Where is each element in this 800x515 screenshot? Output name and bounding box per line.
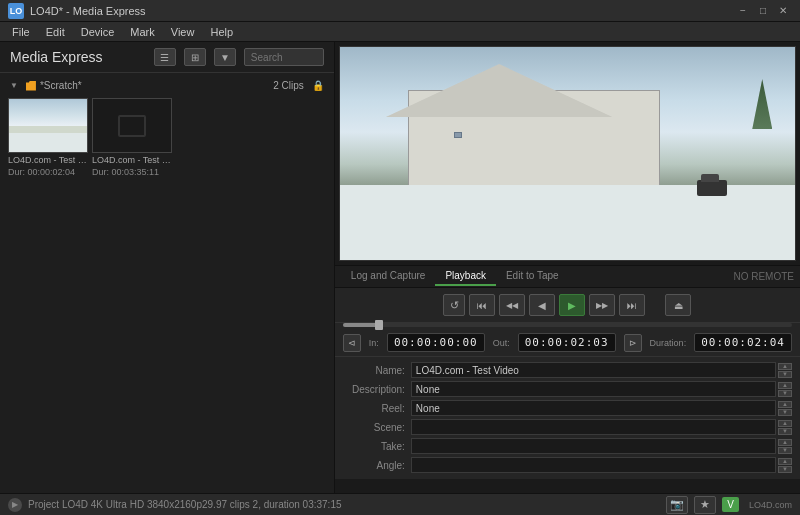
view-list-button[interactable]: ☰ bbox=[154, 48, 176, 66]
right-panel: Log and Capture Playback Edit to Tape NO… bbox=[335, 42, 800, 493]
meta-value-name[interactable]: LO4D.com - Test Video bbox=[411, 362, 776, 378]
clip-item[interactable]: LO4D.com - Test Vi... Dur: 00:00:02:04 bbox=[8, 98, 88, 177]
meta-arrow-up[interactable]: ▲ bbox=[778, 458, 792, 465]
out-timecode[interactable]: 00:00:02:03 bbox=[518, 333, 616, 352]
minimize-button[interactable]: − bbox=[734, 2, 752, 20]
in-label: In: bbox=[369, 338, 379, 348]
menu-help[interactable]: Help bbox=[202, 24, 241, 40]
meta-arrow-up[interactable]: ▲ bbox=[778, 363, 792, 370]
clip-duration: Dur: 00:03:35:11 bbox=[92, 167, 172, 177]
meta-value-scene[interactable] bbox=[411, 419, 776, 435]
menu-mark[interactable]: Mark bbox=[122, 24, 162, 40]
timecode-row: ⊲ In: 00:00:00:00 Out: 00:00:02:03 ⊳ Dur… bbox=[335, 329, 800, 357]
tab-playback[interactable]: Playback bbox=[435, 267, 496, 286]
to-start-button[interactable]: ⏮ bbox=[469, 294, 495, 316]
meta-arrow-down[interactable]: ▼ bbox=[778, 466, 792, 473]
meta-label-take: Take: bbox=[343, 441, 411, 452]
reverse-play-button[interactable]: ◀ bbox=[529, 294, 555, 316]
meta-label-name: Name: bbox=[343, 365, 411, 376]
lo4d-watermark: LO4D.com bbox=[749, 500, 792, 510]
meta-label-scene: Scene: bbox=[343, 422, 411, 433]
meta-value-take[interactable] bbox=[411, 438, 776, 454]
app-icon: LO bbox=[8, 3, 24, 19]
video-frame bbox=[340, 47, 795, 260]
search-input[interactable] bbox=[244, 48, 324, 66]
clip-thumbnail bbox=[92, 98, 172, 153]
playback-area: Log and Capture Playback Edit to Tape NO… bbox=[335, 265, 800, 479]
in-timecode[interactable]: 00:00:00:00 bbox=[387, 333, 485, 352]
loop-button[interactable]: ↺ bbox=[443, 294, 465, 316]
clips-count: 2 Clips bbox=[273, 80, 304, 91]
meta-label-reel: Reel: bbox=[343, 403, 411, 414]
meta-arrows-angle: ▲ ▼ bbox=[778, 458, 792, 473]
eject-button[interactable]: ⏏ bbox=[665, 294, 691, 316]
view-toggle-button[interactable]: ▼ bbox=[214, 48, 236, 66]
meta-arrow-up[interactable]: ▲ bbox=[778, 401, 792, 408]
meta-row-scene: Scene: ▲ ▼ bbox=[343, 418, 792, 436]
meta-arrows-reel: ▲ ▼ bbox=[778, 401, 792, 416]
clip-duration: Dur: 00:00:02:04 bbox=[8, 167, 88, 177]
folder-arrow[interactable]: ▼ bbox=[10, 81, 18, 90]
status-icon: ▶ bbox=[8, 498, 22, 512]
car-shape bbox=[697, 180, 727, 196]
in-point-nav-button[interactable]: ⊲ bbox=[343, 334, 361, 352]
clips-area: ▼ *Scratch* 2 Clips 🔒 LO4D.com - Test Vi… bbox=[0, 73, 334, 493]
window-controls: − □ ✕ bbox=[734, 2, 792, 20]
meta-arrow-down[interactable]: ▼ bbox=[778, 447, 792, 454]
meta-arrows-take: ▲ ▼ bbox=[778, 439, 792, 454]
meta-arrow-down[interactable]: ▼ bbox=[778, 428, 792, 435]
metadata-area: Name: LO4D.com - Test Video ▲ ▼ Descript… bbox=[335, 357, 800, 479]
meta-arrow-up[interactable]: ▲ bbox=[778, 420, 792, 427]
menu-view[interactable]: View bbox=[163, 24, 203, 40]
play-button[interactable]: ▶ bbox=[559, 294, 585, 316]
menu-file[interactable]: File bbox=[4, 24, 38, 40]
meta-arrow-down[interactable]: ▼ bbox=[778, 390, 792, 397]
tabs-row: Log and Capture Playback Edit to Tape NO… bbox=[335, 266, 800, 288]
star-button[interactable]: ★ bbox=[694, 496, 716, 514]
camera-button[interactable]: 📷 bbox=[666, 496, 688, 514]
out-point-nav-button[interactable]: ⊳ bbox=[624, 334, 642, 352]
progress-fill bbox=[343, 323, 379, 327]
close-button[interactable]: ✕ bbox=[774, 2, 792, 20]
meta-value-reel[interactable]: None bbox=[411, 400, 776, 416]
maximize-button[interactable]: □ bbox=[754, 2, 772, 20]
titlebar: LO LO4D* - Media Express − □ ✕ bbox=[0, 0, 800, 22]
window-title: LO4D* - Media Express bbox=[30, 5, 734, 17]
meta-arrows-name: ▲ ▼ bbox=[778, 363, 792, 378]
meta-row-take: Take: ▲ ▼ bbox=[343, 437, 792, 455]
clip-thumb-dark bbox=[93, 99, 171, 152]
tab-log-capture[interactable]: Log and Capture bbox=[341, 267, 436, 286]
window-shape bbox=[499, 111, 507, 117]
tab-edit-tape[interactable]: Edit to Tape bbox=[496, 267, 569, 286]
meta-arrow-down[interactable]: ▼ bbox=[778, 371, 792, 378]
menu-edit[interactable]: Edit bbox=[38, 24, 73, 40]
folder-icon bbox=[26, 81, 36, 91]
view-grid-button[interactable]: ⊞ bbox=[184, 48, 206, 66]
snow-ground bbox=[9, 133, 87, 152]
menu-device[interactable]: Device bbox=[73, 24, 123, 40]
meta-arrows-description: ▲ ▼ bbox=[778, 382, 792, 397]
meta-value-description[interactable]: None bbox=[411, 381, 776, 397]
meta-arrow-down[interactable]: ▼ bbox=[778, 409, 792, 416]
progress-area[interactable] bbox=[335, 323, 800, 329]
meta-arrow-up[interactable]: ▲ bbox=[778, 382, 792, 389]
panel-title: Media Express bbox=[10, 49, 146, 65]
no-remote-status: NO REMOTE bbox=[733, 271, 794, 282]
statusbar: ▶ Project LO4D 4K Ultra HD 3840x2160p29.… bbox=[0, 493, 800, 515]
clip-item[interactable]: LO4D.com - Test Vi... Dur: 00:03:35:11 bbox=[92, 98, 172, 177]
to-end-button[interactable]: ⏭ bbox=[619, 294, 645, 316]
menubar: File Edit Device Mark View Help bbox=[0, 22, 800, 42]
progress-track[interactable] bbox=[343, 323, 792, 327]
window-shape bbox=[454, 111, 462, 117]
status-right-controls: 📷 ★ V LO4D.com bbox=[666, 496, 792, 514]
meta-label-angle: Angle: bbox=[343, 460, 411, 471]
fast-forward-button[interactable]: ▶▶ bbox=[589, 294, 615, 316]
folder-lock-icon: 🔒 bbox=[312, 80, 324, 91]
meta-row-angle: Angle: ▲ ▼ bbox=[343, 456, 792, 474]
clip-name: LO4D.com - Test Vi... bbox=[92, 155, 172, 167]
meta-value-angle[interactable] bbox=[411, 457, 776, 473]
meta-arrow-up[interactable]: ▲ bbox=[778, 439, 792, 446]
prev-frame-button[interactable]: ◀◀ bbox=[499, 294, 525, 316]
folder-name: *Scratch* bbox=[40, 80, 82, 91]
duration-timecode[interactable]: 00:00:02:04 bbox=[694, 333, 792, 352]
